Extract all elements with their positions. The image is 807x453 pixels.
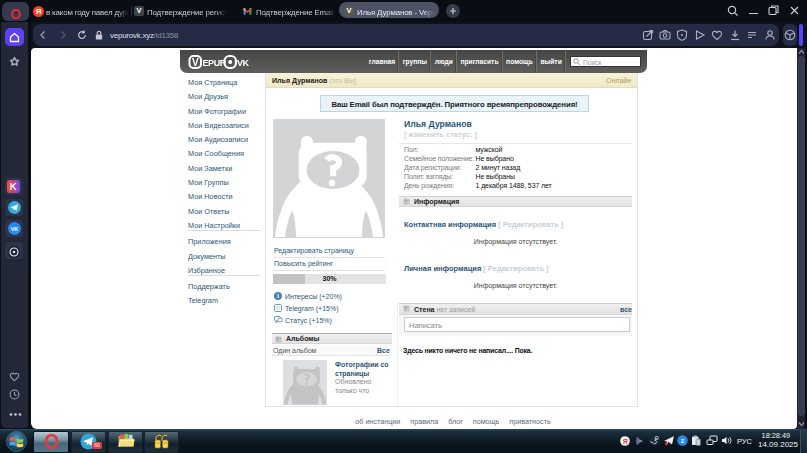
svg-text:z: z <box>681 437 685 444</box>
svg-text:Я: Я <box>623 438 628 445</box>
svg-text:VK: VK <box>237 58 250 68</box>
svg-text:EPUR: EPUR <box>203 58 227 68</box>
svg-text:Я: Я <box>36 7 42 16</box>
svg-text:VK: VK <box>10 226 18 232</box>
svg-text:V: V <box>192 57 199 68</box>
